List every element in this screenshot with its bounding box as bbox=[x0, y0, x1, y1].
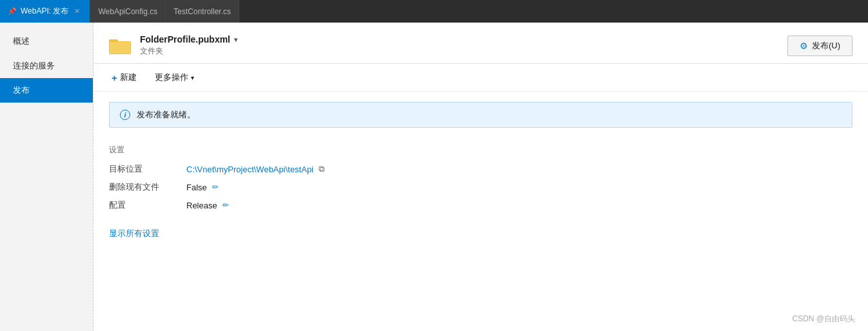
info-icon: i bbox=[120, 110, 130, 120]
main-layout: 概述 连接的服务 发布 Fol bbox=[0, 23, 868, 331]
footer-watermark: CSDN @自由码头 bbox=[792, 314, 855, 325]
info-banner: i 发布准备就绪。 bbox=[109, 102, 853, 128]
configuration-text: Release bbox=[186, 201, 217, 210]
tab-bar: 📌 WebAPI: 发布 ✕ WebApiConfig.cs TestContr… bbox=[0, 0, 868, 23]
tab-pin-icon: 📌 bbox=[8, 7, 17, 15]
content-area: FolderProfile.pubxml ▾ 文件夹 ⚙ 发布(U) + 新建 … bbox=[94, 23, 868, 331]
settings-row-target-location: 目标位置 C:\Vnet\myProject\WebApi\testApi ⧉ bbox=[109, 163, 853, 175]
settings-row-delete-existing: 删除现有文件 False ✏ bbox=[109, 181, 853, 193]
show-all-settings-link[interactable]: 显示所有设置 bbox=[109, 228, 159, 239]
more-actions-label: 更多操作 bbox=[155, 72, 188, 83]
profile-header: FolderProfile.pubxml ▾ 文件夹 ⚙ 发布(U) bbox=[94, 23, 868, 64]
settings-value-target[interactable]: C:\Vnet\myProject\WebApi\testApi ⧉ bbox=[186, 164, 324, 174]
publish-button-icon: ⚙ bbox=[800, 41, 808, 51]
sidebar-item-overview[interactable]: 概述 bbox=[0, 29, 93, 54]
more-actions-dropdown-icon: ▾ bbox=[191, 74, 194, 81]
target-location-text: C:\Vnet\myProject\WebApi\testApi bbox=[186, 165, 313, 174]
delete-existing-text: False bbox=[186, 183, 207, 192]
folder-icon bbox=[109, 36, 132, 55]
tab-label: TestController.cs bbox=[173, 7, 231, 16]
sidebar-item-connected-services[interactable]: 连接的服务 bbox=[0, 54, 93, 78]
new-button-label: 新建 bbox=[120, 72, 137, 83]
sidebar-item-label: 连接的服务 bbox=[13, 61, 55, 70]
tab-label: WebAPI: 发布 bbox=[21, 6, 68, 17]
settings-label-delete: 删除现有文件 bbox=[109, 181, 186, 193]
profile-name-text: FolderProfile.pubxml bbox=[140, 34, 230, 45]
profile-info: FolderProfile.pubxml ▾ 文件夹 bbox=[140, 34, 237, 57]
settings-section: 设置 目标位置 C:\Vnet\myProject\WebApi\testApi… bbox=[94, 138, 868, 246]
publish-button-label: 发布(U) bbox=[812, 40, 840, 52]
tab-webapi-config[interactable]: WebApiConfig.cs bbox=[90, 0, 166, 23]
settings-value-delete: False ✏ bbox=[186, 183, 219, 192]
publish-button[interactable]: ⚙ 发布(U) bbox=[787, 35, 853, 56]
sidebar-item-publish[interactable]: 发布 bbox=[0, 78, 93, 103]
profile-left: FolderProfile.pubxml ▾ 文件夹 bbox=[109, 34, 237, 57]
settings-title: 设置 bbox=[109, 145, 853, 155]
tab-label: WebApiConfig.cs bbox=[98, 7, 157, 16]
copy-icon[interactable]: ⧉ bbox=[319, 164, 324, 174]
profile-dropdown-arrow[interactable]: ▾ bbox=[234, 36, 237, 43]
sidebar-item-label: 发布 bbox=[13, 85, 30, 95]
tab-close-icon[interactable]: ✕ bbox=[72, 6, 82, 16]
settings-label-target: 目标位置 bbox=[109, 163, 186, 175]
edit-config-icon[interactable]: ✏ bbox=[222, 201, 229, 210]
svg-rect-2 bbox=[110, 42, 130, 54]
new-button[interactable]: + 新建 bbox=[109, 70, 139, 85]
sidebar-item-label: 概述 bbox=[13, 36, 30, 46]
sidebar: 概述 连接的服务 发布 bbox=[0, 23, 94, 331]
toolbar: + 新建 更多操作 ▾ bbox=[94, 64, 868, 92]
tab-webapi-publish[interactable]: 📌 WebAPI: 发布 ✕ bbox=[0, 0, 90, 23]
profile-name: FolderProfile.pubxml ▾ bbox=[140, 34, 237, 45]
settings-label-config: 配置 bbox=[109, 199, 186, 211]
settings-row-configuration: 配置 Release ✏ bbox=[109, 199, 853, 211]
edit-delete-icon[interactable]: ✏ bbox=[212, 183, 219, 192]
info-message: 发布准备就绪。 bbox=[137, 109, 195, 121]
tab-test-controller[interactable]: TestController.cs bbox=[166, 0, 239, 23]
settings-value-config: Release ✏ bbox=[186, 201, 229, 210]
more-actions-button[interactable]: 更多操作 ▾ bbox=[152, 70, 197, 85]
plus-icon: + bbox=[112, 72, 117, 83]
profile-type: 文件夹 bbox=[140, 46, 237, 57]
